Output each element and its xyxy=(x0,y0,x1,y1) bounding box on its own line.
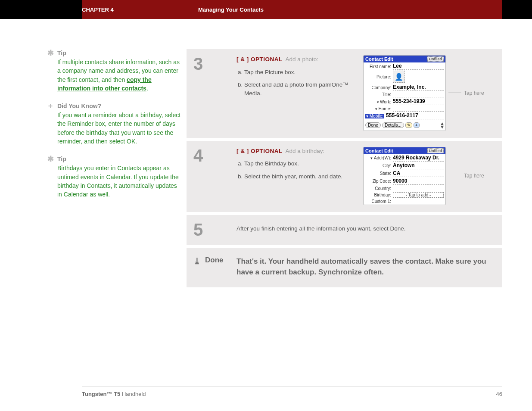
pda-plus-button[interactable]: + xyxy=(414,122,420,128)
step4-item-a: Tap the Birthday box. xyxy=(244,159,357,168)
pda-mobile-label[interactable]: ▾ Mobile: xyxy=(365,114,384,118)
pda-work-label[interactable]: Work: xyxy=(365,100,391,104)
pda-title: Contact Edit xyxy=(365,56,393,62)
pda-addr-value[interactable]: 4929 Rockaway Dr. xyxy=(393,155,444,162)
dyk-label: Did You Know? xyxy=(57,103,101,109)
step3-item-a: Tap the Picture box. xyxy=(244,68,357,77)
callout-line xyxy=(448,176,461,176)
tip-label: Tip xyxy=(57,156,66,162)
done-text-b: often. xyxy=(362,268,384,276)
pda-work-value[interactable]: 555-234-1939 xyxy=(393,98,444,105)
asterisk-icon: ✱ xyxy=(47,49,54,57)
step4-lead: Add a birthday: xyxy=(286,148,325,154)
step5-body: After you finish entering all the inform… xyxy=(236,221,405,238)
callout-line xyxy=(448,93,461,93)
plus-icon: + xyxy=(47,102,54,110)
step-number: 5 xyxy=(193,221,236,238)
tip-label: Tip xyxy=(57,50,66,56)
main-steps: 3 [ & ] OPTIONAL Add a photo: Tap the Pi… xyxy=(187,49,502,287)
pda-picture-label: Picture: xyxy=(365,75,391,79)
chapter-title: Managing Your Contacts xyxy=(198,6,264,13)
step-number: 3 xyxy=(193,55,236,131)
tip2-body: Birthdays you enter in Contacts appear a… xyxy=(57,164,183,199)
callout-tap-here: Tap here xyxy=(464,90,484,96)
page-number: 46 xyxy=(496,391,502,397)
chapter-label: CHAPTER 4 xyxy=(82,6,198,13)
step-3: 3 [ & ] OPTIONAL Add a photo: Tap the Pi… xyxy=(187,49,502,138)
page-footer: Tungsten™ T5 Handheld 46 xyxy=(82,386,502,397)
download-icon: ⤓ xyxy=(193,256,201,266)
optional-tag: [ & ] OPTIONAL xyxy=(236,148,283,154)
pda-custom1-value[interactable] xyxy=(393,199,444,204)
product-name-bold: Tungsten™ T5 xyxy=(82,391,120,397)
pda-firstname-label: First name: xyxy=(365,64,391,69)
synchronize-link[interactable]: Synchronize xyxy=(318,268,362,276)
pda-zip-value[interactable]: 90000 xyxy=(393,178,444,185)
product-name-rest: Handheld xyxy=(120,391,146,397)
tip-text: If multiple contacts share information, … xyxy=(57,59,180,83)
step3-lead: Add a photo: xyxy=(286,56,319,62)
tip-2: ✱ Tip Birthdays you enter in Contacts ap… xyxy=(57,155,183,199)
pda-country-label: Country: xyxy=(365,186,391,191)
pda-country-value[interactable] xyxy=(393,186,444,191)
did-you-know: + Did You Know? If you want a reminder a… xyxy=(57,102,183,146)
pda-note-button[interactable]: ✎ xyxy=(405,122,412,128)
pda-scroll-arrows[interactable]: ▴▾ xyxy=(441,121,444,129)
page-header-band: CHAPTER 4 Managing Your Contacts xyxy=(0,0,532,19)
step-number: 4 xyxy=(193,147,236,205)
done-card: ⤓ Done That's it. Your handheld automati… xyxy=(187,248,502,287)
callout-tap-here: Tap here xyxy=(464,173,484,179)
pda-home-label[interactable]: Home: xyxy=(365,106,391,111)
pda-category[interactable]: Unfiled xyxy=(427,148,444,153)
sidebar: ✱ Tip If multiple contacts share informa… xyxy=(57,49,187,287)
pda-home-value[interactable] xyxy=(393,106,444,112)
pda-birthday-selector[interactable]: - Tap to add - xyxy=(393,192,444,198)
pda-screenshot-3: Contact Edit Unfiled First name:Lee Pict… xyxy=(363,55,446,131)
tip-1: ✱ Tip If multiple contacts share informa… xyxy=(57,49,183,93)
pda-zip-label: Zip Code: xyxy=(365,179,391,184)
step-4: 4 [ & ] OPTIONAL Add a birthday: Tap the… xyxy=(187,141,502,212)
pda-custom1-label: Custom 1: xyxy=(365,199,391,204)
pda-addr-label[interactable]: Addr(W): xyxy=(365,156,391,160)
pda-birthday-label: Birthday: xyxy=(365,193,391,197)
pda-title-label: Title: xyxy=(365,92,391,97)
pda-mobile-value[interactable]: 555-616-2117 xyxy=(386,112,444,119)
asterisk-icon: ✱ xyxy=(47,155,54,163)
pda-picture-box[interactable]: 👤 xyxy=(393,71,405,83)
pda-company-value[interactable]: Example, Inc. xyxy=(393,84,444,91)
dyk-body: If you want a reminder about a birthday,… xyxy=(57,111,183,146)
optional-tag: [ & ] OPTIONAL xyxy=(236,56,283,62)
pda-firstname-value[interactable]: Lee xyxy=(393,63,444,70)
pda-done-button[interactable]: Done xyxy=(365,122,381,128)
pda-screenshot-4: Contact Edit Unfiled Addr(W):4929 Rockaw… xyxy=(363,147,446,205)
step-5: 5 After you finish entering all the info… xyxy=(187,215,502,245)
pda-state-label: State: xyxy=(365,171,391,176)
pda-city-label: City: xyxy=(365,163,391,168)
pda-state-value[interactable]: CA xyxy=(393,170,444,177)
done-label: Done xyxy=(205,256,224,265)
pda-company-label: Company: xyxy=(365,85,391,90)
step3-item-b: Select and add a photo from palmOne™ Med… xyxy=(244,81,357,97)
pda-details-button[interactable]: Details... xyxy=(382,122,404,128)
pda-title-value[interactable] xyxy=(393,92,444,97)
pda-city-value[interactable]: Anytown xyxy=(393,162,444,169)
pda-category[interactable]: Unfiled xyxy=(427,56,444,62)
tip-text-b: . xyxy=(146,85,148,92)
step4-item-b: Select the birth year, month, and date. xyxy=(244,172,357,181)
pda-title: Contact Edit xyxy=(365,148,393,153)
